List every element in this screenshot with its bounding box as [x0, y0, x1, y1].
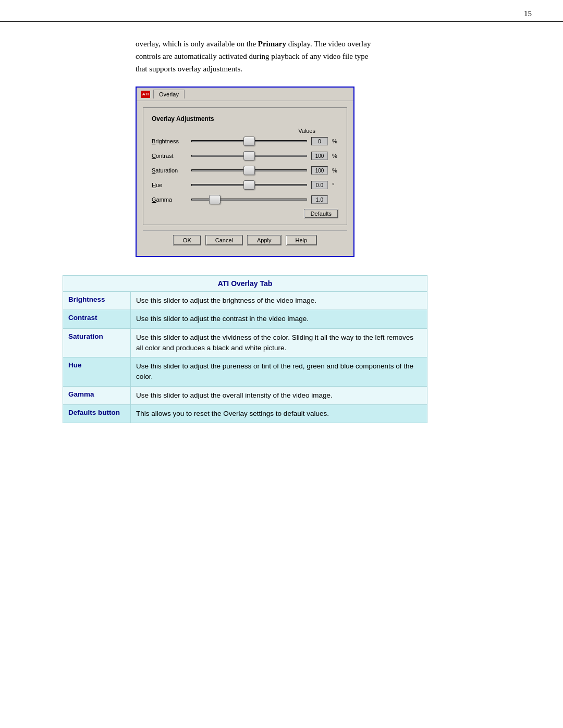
- gamma-row: Gamma 1.0: [152, 194, 338, 205]
- dialog-body: Overlay Adjustments Values Brightness: [137, 101, 353, 256]
- row-label: Saturation: [63, 328, 131, 357]
- hue-value: 0.0: [311, 181, 328, 189]
- contrast-row: Contrast 100 %: [152, 151, 338, 161]
- row-description: This allows you to reset the Overlay set…: [131, 404, 427, 423]
- hue-unit: °: [332, 182, 338, 188]
- row-description: Use this slider to adjust the contrast i…: [131, 310, 427, 328]
- overlay-adjustments-title: Overlay Adjustments: [152, 115, 338, 122]
- defaults-row: Defaults: [152, 209, 338, 218]
- hue-slider[interactable]: [191, 180, 307, 190]
- intro-text-before-bold: overlay, which is only available on the: [136, 40, 258, 48]
- row-label: Defaults button: [63, 404, 131, 423]
- table-row: HueUse this slider to adjust the purenes…: [63, 357, 427, 387]
- row-description: Use this slider to adjust the brightness…: [131, 292, 427, 310]
- ati-logo: ATI: [141, 91, 150, 98]
- ok-button[interactable]: OK: [173, 235, 201, 245]
- cancel-button[interactable]: Cancel: [205, 235, 243, 245]
- contrast-thumb[interactable]: [243, 151, 255, 161]
- row-description: Use this slider to adjust the vividness …: [131, 328, 427, 357]
- saturation-unit: %: [332, 167, 338, 174]
- overlay-info-table: ATI Overlay Tab BrightnessUse this slide…: [63, 275, 427, 423]
- saturation-value: 100: [311, 166, 328, 175]
- table-row: BrightnessUse this slider to adjust the …: [63, 292, 427, 310]
- dialog-titlebar: ATI Overlay: [137, 88, 353, 101]
- values-label: Values: [298, 128, 315, 134]
- gamma-unit: [332, 196, 338, 203]
- row-description: Use this slider to adjust the overall in…: [131, 386, 427, 404]
- row-label: Hue: [63, 357, 131, 387]
- help-button[interactable]: Help: [286, 235, 317, 245]
- gamma-value: 1.0: [311, 195, 328, 204]
- contrast-unit: %: [332, 153, 338, 159]
- row-label: Brightness: [63, 292, 131, 310]
- gamma-slider[interactable]: [191, 194, 307, 205]
- table-header-row: ATI Overlay Tab: [63, 276, 427, 292]
- brightness-value: 0: [311, 137, 328, 145]
- overlay-tab[interactable]: Overlay: [153, 90, 185, 98]
- hue-row: Hue 0.0 °: [152, 180, 338, 190]
- page-header: 15: [0, 0, 563, 22]
- hue-thumb[interactable]: [243, 180, 255, 190]
- page-number: 15: [524, 9, 532, 18]
- overlay-adjustments-box: Overlay Adjustments Values Brightness: [143, 107, 347, 225]
- table-row: ContrastUse this slider to adjust the co…: [63, 310, 427, 328]
- saturation-row: Saturation 100 %: [152, 165, 338, 176]
- brightness-slider[interactable]: [191, 136, 307, 146]
- intro-paragraph: overlay, which is only available on the …: [136, 38, 375, 75]
- brightness-row: Brightness 0 %: [152, 136, 338, 146]
- table-section: ATI Overlay Tab BrightnessUse this slide…: [63, 275, 500, 423]
- brightness-thumb[interactable]: [243, 137, 255, 146]
- gamma-thumb[interactable]: [209, 195, 221, 204]
- row-description: Use this slider to adjust the pureness o…: [131, 357, 427, 387]
- apply-button[interactable]: Apply: [247, 235, 282, 245]
- hue-label: Hue: [152, 182, 187, 188]
- overlay-dialog: ATI Overlay Overlay Adjustments Values B…: [136, 87, 354, 257]
- saturation-thumb[interactable]: [243, 166, 255, 175]
- saturation-slider[interactable]: [191, 165, 307, 176]
- table-row: SaturationUse this slider to adjust the …: [63, 328, 427, 357]
- table-row: Defaults buttonThis allows you to reset …: [63, 404, 427, 423]
- intro-bold-word: Primary: [258, 40, 286, 48]
- contrast-value: 100: [311, 152, 328, 160]
- main-content: overlay, which is only available on the …: [0, 38, 563, 423]
- brightness-label: Brightness: [152, 138, 187, 144]
- gamma-label: Gamma: [152, 196, 187, 203]
- table-row: GammaUse this slider to adjust the overa…: [63, 386, 427, 404]
- dialog-footer: OK Cancel Apply Help: [143, 230, 347, 250]
- brightness-unit: %: [332, 138, 338, 144]
- contrast-label: Contrast: [152, 153, 187, 159]
- contrast-slider[interactable]: [191, 151, 307, 161]
- values-label-row: Values: [152, 128, 338, 134]
- defaults-button[interactable]: Defaults: [304, 209, 338, 218]
- row-label: Gamma: [63, 386, 131, 404]
- row-label: Contrast: [63, 310, 131, 328]
- table-header: ATI Overlay Tab: [63, 276, 427, 292]
- saturation-label: Saturation: [152, 167, 187, 174]
